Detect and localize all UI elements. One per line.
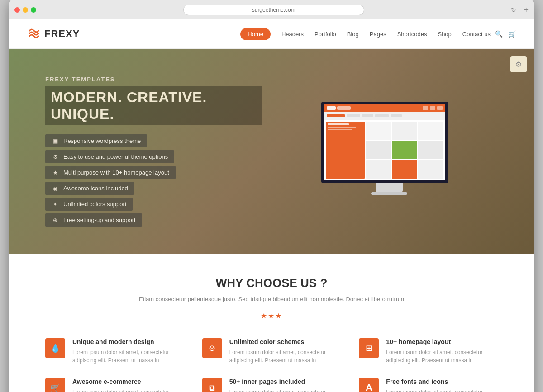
- site-nav: FREXY Home Headers Portfolio Blog Pages …: [9, 19, 534, 49]
- why-title: WHY CHOOSE US ?: [45, 276, 498, 290]
- browser-dots: [14, 7, 36, 13]
- url-bar[interactable]: surgeetheme.com: [183, 5, 364, 15]
- new-tab-button[interactable]: +: [524, 5, 529, 15]
- hero-subtitle: FREXY TEMPLATES: [45, 76, 262, 83]
- feature-card-title-1: Unique and modern design: [72, 338, 184, 345]
- why-divider: ★★★: [45, 312, 498, 320]
- logo-text: FREXY: [44, 28, 80, 40]
- responsive-icon: ▣: [52, 138, 59, 144]
- feature-card-content-1: Unique and modern design Lorem ipsum dol…: [72, 338, 184, 364]
- feature-item-4: ◉ Awesome icons included: [45, 182, 134, 195]
- monitor-screen: [321, 102, 448, 183]
- feature-list: ▣ Responsive wordpress theme ⚙ Easy to u…: [45, 134, 262, 227]
- nav-blog[interactable]: Blog: [347, 31, 359, 38]
- nav-links: Home Headers Portfolio Blog Pages Shortc…: [240, 28, 491, 40]
- nav-portfolio[interactable]: Portfolio: [314, 31, 336, 38]
- hero-title: MODERN. CREATIVE. UNIQUE.: [45, 86, 262, 125]
- feature-card-content-2: Unlimited color schemes Lorem ipsum dolo…: [229, 338, 341, 364]
- divider-line-left: [167, 316, 258, 316]
- feature-card-text-1: Lorem ipsum dolor sit amet, consectetur …: [72, 348, 184, 364]
- feature-text-6: Free setting-up and support: [63, 217, 136, 223]
- search-icon[interactable]: 🔍: [495, 30, 503, 38]
- divider-dots: ★★★: [261, 312, 282, 320]
- refresh-icon[interactable]: ↻: [511, 6, 516, 14]
- feature-card-content-3: 10+ homepage layout Lorem ipsum dolor si…: [386, 338, 498, 364]
- feature-card-2: ⊛ Unlimited color schemes Lorem ipsum do…: [202, 338, 341, 364]
- cart-icon[interactable]: 🛒: [508, 30, 516, 38]
- feature-card-title-3: 10+ homepage layout: [386, 338, 498, 345]
- features-grid: 💧 Unique and modern design Lorem ipsum d…: [45, 338, 498, 392]
- hero-content: FREXY TEMPLATES MODERN. CREATIVE. UNIQUE…: [45, 76, 262, 227]
- trophy-icon: ★: [52, 170, 59, 176]
- why-section: WHY CHOOSE US ? Etiam consectetur pellen…: [9, 254, 534, 392]
- divider-line-right: [285, 316, 376, 316]
- nav-contact[interactable]: Contact us: [462, 31, 491, 38]
- hero-settings-button[interactable]: ⚙: [510, 56, 527, 72]
- nav-headers[interactable]: Headers: [281, 31, 304, 38]
- monitor-base: [376, 183, 403, 192]
- fonts-icon: A: [359, 378, 379, 392]
- support-icon: ⊕: [52, 217, 59, 223]
- feature-card-title-4: Awesome e-commerce: [72, 378, 184, 385]
- feature-card-text-6: Lorem ipsum dolor sit amet, consectetur …: [386, 388, 498, 392]
- icons-icon: ◉: [52, 185, 59, 192]
- pages-icon: ⧉: [202, 378, 222, 392]
- logo[interactable]: FREXY: [27, 27, 80, 41]
- feature-item-5: ✦ Unlimited colors support: [45, 198, 133, 211]
- layout-icon: ⊞: [359, 338, 379, 358]
- feature-card-text-5: Lorem ipsum dolor sit amet, consectetur …: [229, 388, 341, 392]
- why-subtitle: Etiam consectetur pellentesque justo. Se…: [45, 296, 498, 302]
- feature-text-2: Easy to use and powerful theme options: [63, 153, 168, 160]
- colors-icon: ✦: [52, 201, 59, 208]
- feature-card-text-2: Lorem ipsum dolor sit amet, consectetur …: [229, 348, 341, 364]
- logo-icon: [27, 27, 41, 41]
- feature-card-6: A Free fonts and icons Lorem ipsum dolor…: [359, 378, 498, 392]
- feature-text-1: Responsive wordpress theme: [63, 137, 141, 144]
- feature-card-title-6: Free fonts and icons: [386, 378, 498, 385]
- feature-item-1: ▣ Responsive wordpress theme: [45, 134, 147, 147]
- feature-card-content-6: Free fonts and icons Lorem ipsum dolor s…: [386, 378, 498, 392]
- feature-item-2: ⚙ Easy to use and powerful theme options: [45, 150, 174, 163]
- settings-icon: ⚙: [52, 154, 59, 160]
- feature-text-4: Awesome icons included: [63, 185, 128, 192]
- feature-card-title-2: Unlimited color schemes: [229, 338, 341, 345]
- nav-home[interactable]: Home: [240, 28, 271, 40]
- feature-text-5: Unlimited colors support: [63, 201, 126, 208]
- feature-card-content-4: Awesome e-commerce Lorem ipsum dolor sit…: [72, 378, 184, 392]
- hero-image: [262, 102, 516, 201]
- feature-item-6: ⊕ Free setting-up and support: [45, 213, 142, 227]
- ecommerce-icon: 🛒: [45, 378, 65, 392]
- feature-card-text-4: Lorem ipsum dolor sit amet, consectetur …: [72, 388, 184, 392]
- feature-card-text-3: Lorem ipsum dolor sit amet, consectetur …: [386, 348, 498, 364]
- browser-chrome: surgeetheme.com ↻ +: [9, 0, 534, 19]
- dot-green[interactable]: [31, 7, 36, 13]
- feature-item-3: ★ Multi purpose with 10+ homepage layout: [45, 166, 176, 179]
- feature-card-1: 💧 Unique and modern design Lorem ipsum d…: [45, 338, 184, 364]
- colors-feature-icon: ⊛: [202, 338, 222, 358]
- feature-card-content-5: 50+ inner pages included Lorem ipsum dol…: [229, 378, 341, 392]
- nav-shop[interactable]: Shop: [438, 31, 451, 38]
- monitor-illustration: [321, 102, 457, 201]
- nav-pages[interactable]: Pages: [370, 31, 386, 38]
- dot-red[interactable]: [14, 7, 20, 13]
- hero-section: FREXY TEMPLATES MODERN. CREATIVE. UNIQUE…: [9, 49, 534, 254]
- dot-yellow[interactable]: [23, 7, 28, 13]
- browser-window: surgeetheme.com ↻ + FREXY Home Headers P…: [9, 0, 534, 392]
- nav-shortcodes[interactable]: Shortcodes: [397, 31, 427, 38]
- nav-icons: 🔍 🛒: [495, 30, 516, 38]
- feature-card-3: ⊞ 10+ homepage layout Lorem ipsum dolor …: [359, 338, 498, 364]
- feature-text-3: Multi purpose with 10+ homepage layout: [63, 169, 169, 176]
- feature-card-5: ⧉ 50+ inner pages included Lorem ipsum d…: [202, 378, 341, 392]
- monitor-foot: [371, 192, 407, 195]
- feature-card-4: 🛒 Awesome e-commerce Lorem ipsum dolor s…: [45, 378, 184, 392]
- feature-card-title-5: 50+ inner pages included: [229, 378, 341, 385]
- design-icon: 💧: [45, 338, 65, 358]
